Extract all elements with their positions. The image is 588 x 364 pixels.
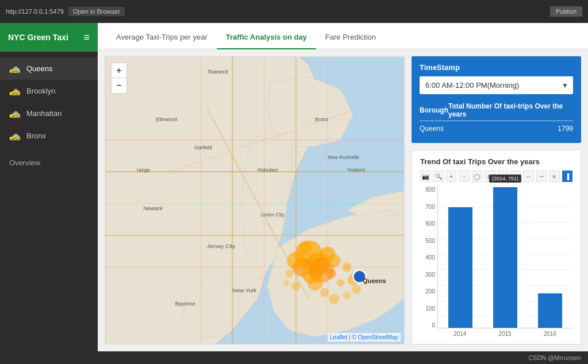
svg-point-40 bbox=[291, 282, 300, 291]
svg-text:Teaneck: Teaneck bbox=[207, 68, 229, 75]
svg-point-36 bbox=[352, 285, 360, 293]
bar-chart-tool-button[interactable]: ▐ bbox=[562, 171, 572, 182]
bar-2015[interactable]: (2014, 751) bbox=[493, 187, 518, 328]
url-display: http://127.0.0.1:5479 bbox=[6, 8, 64, 15]
svg-point-35 bbox=[343, 292, 351, 299]
y-label: 200 bbox=[420, 288, 435, 295]
bar-group-2015: (2014, 751) bbox=[483, 187, 528, 328]
borough-table: Borough Total Number Of taxi-trips Over … bbox=[420, 100, 573, 136]
svg-point-33 bbox=[320, 288, 329, 297]
y-axis: 800 700 600 500 400 300 200 100 0 bbox=[420, 187, 437, 328]
footer-credit: CSDN @Mrrunsen bbox=[528, 354, 581, 361]
svg-text:range: range bbox=[137, 167, 150, 173]
x-label-2016: 2016 bbox=[528, 328, 572, 337]
y-label: 400 bbox=[420, 254, 435, 261]
car-icon: 🚕 bbox=[9, 108, 21, 119]
tab-traffic[interactable]: Traffic Analysis on day bbox=[217, 26, 316, 49]
svg-point-29 bbox=[326, 268, 336, 278]
map-background[interactable]: Queens Teaneck Elmwood Garfield range Ne… bbox=[105, 57, 404, 344]
zoom-in-button[interactable]: + bbox=[112, 63, 126, 78]
sidebar-item-manhattan[interactable]: 🚕 Manhattan bbox=[0, 102, 98, 125]
y-label: 600 bbox=[420, 220, 435, 227]
tab-avg-trips[interactable]: Average Taxi-Trips per year bbox=[107, 26, 217, 49]
sidebar-item-bronx[interactable]: 🚕 Bronx bbox=[0, 125, 98, 147]
main-content: Average Taxi-Trips per year Traffic Anal… bbox=[98, 23, 588, 364]
zoom-in-tool-button[interactable]: + bbox=[446, 171, 456, 182]
timestamp-label: TimeStamp bbox=[420, 63, 573, 72]
svg-point-27 bbox=[308, 276, 323, 291]
x-labels: 2014 2015 2016 bbox=[437, 328, 572, 337]
app-title: NYC Green Taxi bbox=[8, 33, 68, 42]
dbl-line-tool-button[interactable]: ≡ bbox=[549, 171, 559, 182]
sidebar-item-label: Brooklyn bbox=[26, 87, 56, 95]
map-attribution: Leaflet | © OpenStreetMap bbox=[328, 333, 401, 342]
bars-area: (2014, 751) bbox=[437, 187, 572, 328]
publish-button[interactable]: Publish bbox=[550, 6, 582, 17]
timestamp-select[interactable]: 6:00 AM-12:00 PM(Morning) 12:00 PM-6:00 … bbox=[420, 76, 573, 94]
timestamp-card: TimeStamp 6:00 AM-12:00 PM(Morning) 12:0… bbox=[412, 56, 581, 143]
map-svg: Queens Teaneck Elmwood Garfield range Ne… bbox=[105, 57, 404, 344]
car-icon: 🚕 bbox=[9, 86, 21, 96]
bar-2016[interactable] bbox=[538, 293, 563, 328]
camera-tool-button[interactable]: 📷 bbox=[420, 171, 431, 182]
svg-point-34 bbox=[329, 294, 339, 304]
zoom-tool-button[interactable]: 🔍 bbox=[433, 171, 443, 182]
svg-point-28 bbox=[299, 242, 312, 254]
borough-cell: Queens bbox=[420, 121, 448, 137]
count-cell: 1799 bbox=[448, 121, 573, 137]
svg-point-26 bbox=[328, 254, 340, 267]
sidebar-item-queens[interactable]: 🚕 Queens bbox=[0, 57, 98, 80]
sidebar-item-brooklyn[interactable]: 🚕 Brooklyn bbox=[0, 80, 98, 102]
y-label: 0 bbox=[420, 322, 435, 328]
map-container: Queens Teaneck Elmwood Garfield range Ne… bbox=[105, 56, 405, 344]
chart-title: Trend Of taxi Trips Over the years bbox=[420, 157, 572, 166]
svg-text:Garfield: Garfield bbox=[194, 145, 212, 150]
sidebar-item-overview[interactable]: Overview bbox=[0, 153, 98, 173]
svg-text:New York: New York bbox=[232, 287, 256, 293]
y-label: 300 bbox=[420, 272, 435, 278]
app-layout: NYC Green Taxi ≡ 🚕 Queens 🚕 Brooklyn 🚕 M… bbox=[0, 23, 588, 364]
footer: CSDN @Mrrunsen bbox=[98, 351, 588, 364]
y-label: 700 bbox=[420, 204, 435, 210]
svg-text:Jersey City: Jersey City bbox=[207, 243, 235, 249]
sidebar-item-label: Queens bbox=[26, 64, 53, 73]
car-icon: 🚕 bbox=[9, 63, 21, 74]
sidebar-nav: 🚕 Queens 🚕 Brooklyn 🚕 Manhattan 🚕 Bronx bbox=[0, 52, 98, 153]
borough-col-header: Borough bbox=[420, 100, 448, 121]
svg-point-39 bbox=[283, 280, 290, 286]
zoom-out-button[interactable]: − bbox=[112, 78, 126, 93]
hamburger-icon[interactable]: ≡ bbox=[83, 32, 90, 44]
svg-text:Union City: Union City bbox=[261, 212, 285, 218]
right-panel: TimeStamp 6:00 AM-12:00 PM(Morning) 12:0… bbox=[412, 56, 581, 344]
sidebar-item-label: Bronx bbox=[26, 131, 46, 140]
line-tool-button[interactable]: ─ bbox=[536, 171, 547, 182]
bar-chart: 800 700 600 500 400 300 200 100 0 bbox=[420, 187, 572, 337]
svg-point-30 bbox=[343, 262, 351, 271]
tabs-bar: Average Taxi-Trips per year Traffic Anal… bbox=[98, 23, 588, 49]
osm-link[interactable]: © OpenStreetMap bbox=[352, 334, 398, 340]
x-label-2014: 2014 bbox=[437, 328, 482, 337]
leaflet-link[interactable]: Leaflet bbox=[330, 334, 347, 340]
zoom-out-tool-button[interactable]: - bbox=[459, 171, 469, 182]
bar-2014[interactable] bbox=[448, 207, 473, 328]
tab-fare[interactable]: Fare Prediction bbox=[316, 26, 385, 49]
svg-point-38 bbox=[286, 270, 293, 277]
trips-col-header: Total Number Of taxi-trips Over the year… bbox=[448, 100, 573, 121]
svg-text:Bayonne: Bayonne bbox=[175, 301, 195, 307]
y-label: 100 bbox=[420, 305, 435, 312]
topbar: http://127.0.0.1:5479 Open in Browser Pu… bbox=[0, 0, 588, 23]
svg-text:New Rochelle: New Rochelle bbox=[328, 154, 359, 160]
open-browser-button[interactable]: Open in Browser bbox=[68, 7, 125, 16]
sidebar-item-label: Manhattan bbox=[26, 109, 62, 118]
y-label: 500 bbox=[420, 238, 435, 244]
x-label-2015: 2015 bbox=[482, 328, 527, 337]
lasso-tool-button[interactable]: ◯ bbox=[472, 171, 482, 182]
chart-card: Trend Of taxi Trips Over the years 📷 🔍 +… bbox=[412, 150, 581, 344]
svg-text:Queens: Queens bbox=[363, 277, 386, 284]
timestamp-select-wrapper: 6:00 AM-12:00 PM(Morning) 12:00 PM-6:00 … bbox=[420, 76, 573, 94]
svg-text:Bronx: Bronx bbox=[315, 117, 329, 122]
svg-text:Newark: Newark bbox=[143, 205, 163, 211]
svg-point-32 bbox=[337, 279, 344, 286]
pan-tool-button[interactable]: ↔ bbox=[523, 171, 533, 182]
sidebar: NYC Green Taxi ≡ 🚕 Queens 🚕 Brooklyn 🚕 M… bbox=[0, 23, 98, 364]
